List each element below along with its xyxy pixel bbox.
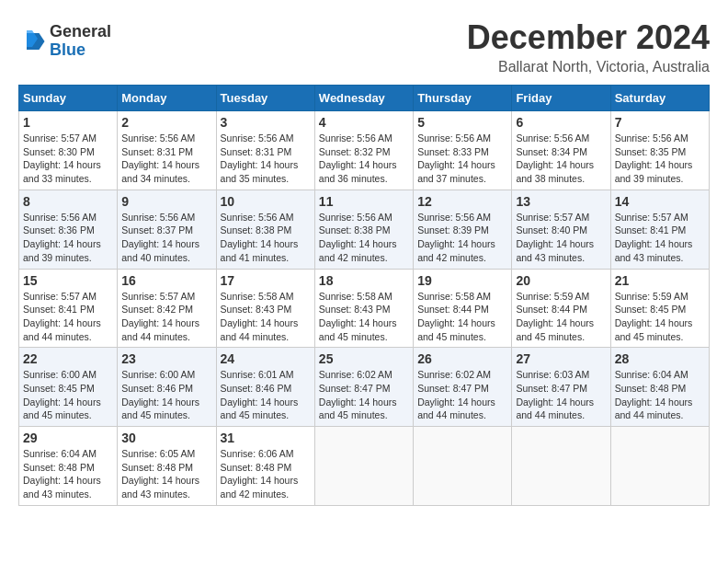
day-detail: Sunrise: 6:06 AMSunset: 8:48 PMDaylight:… [221, 447, 311, 501]
header-saturday: Saturday [610, 86, 709, 111]
calendar-week-5: 29Sunrise: 6:04 AMSunset: 8:48 PMDayligh… [19, 427, 710, 506]
calendar-cell: 11Sunrise: 5:56 AMSunset: 8:38 PMDayligh… [314, 190, 413, 269]
calendar-cell [512, 427, 610, 506]
title-area: December 2024 Ballarat North, Victoria, … [467, 18, 710, 75]
calendar-cell: 25Sunrise: 6:02 AMSunset: 8:47 PMDayligh… [314, 348, 413, 427]
calendar-cell: 24Sunrise: 6:01 AMSunset: 8:46 PMDayligh… [216, 348, 314, 427]
day-number: 25 [319, 351, 409, 366]
day-number: 17 [221, 273, 311, 288]
day-detail: Sunrise: 5:58 AMSunset: 8:43 PMDaylight:… [221, 290, 311, 344]
day-number: 27 [516, 351, 606, 366]
day-number: 16 [121, 273, 211, 288]
calendar-cell: 19Sunrise: 5:58 AMSunset: 8:44 PMDayligh… [414, 269, 512, 348]
calendar-cell: 13Sunrise: 5:57 AMSunset: 8:40 PMDayligh… [512, 190, 610, 269]
day-number: 1 [23, 115, 113, 130]
day-detail: Sunrise: 5:58 AMSunset: 8:43 PMDaylight:… [319, 290, 409, 344]
day-detail: Sunrise: 5:56 AMSunset: 8:38 PMDaylight:… [319, 211, 409, 265]
calendar-cell: 8Sunrise: 5:56 AMSunset: 8:36 PMDaylight… [19, 190, 118, 269]
day-number: 19 [417, 273, 507, 288]
day-detail: Sunrise: 6:00 AMSunset: 8:46 PMDaylight:… [121, 368, 211, 422]
day-detail: Sunrise: 5:56 AMSunset: 8:33 PMDaylight:… [417, 132, 507, 186]
calendar-week-1: 1Sunrise: 5:57 AMSunset: 8:30 PMDaylight… [19, 111, 710, 190]
day-detail: Sunrise: 5:56 AMSunset: 8:34 PMDaylight:… [516, 132, 606, 186]
calendar-cell: 27Sunrise: 6:03 AMSunset: 8:47 PMDayligh… [512, 348, 610, 427]
day-number: 20 [516, 273, 606, 288]
day-number: 26 [417, 351, 507, 366]
calendar-cell: 26Sunrise: 6:02 AMSunset: 8:47 PMDayligh… [414, 348, 512, 427]
day-number: 11 [319, 194, 409, 209]
calendar-cell [610, 427, 709, 506]
calendar-cell: 12Sunrise: 5:56 AMSunset: 8:39 PMDayligh… [414, 190, 512, 269]
calendar-cell: 16Sunrise: 5:57 AMSunset: 8:42 PMDayligh… [118, 269, 216, 348]
calendar-cell: 6Sunrise: 5:56 AMSunset: 8:34 PMDaylight… [512, 111, 610, 190]
day-detail: Sunrise: 6:02 AMSunset: 8:47 PMDaylight:… [319, 368, 409, 422]
day-detail: Sunrise: 5:58 AMSunset: 8:44 PMDaylight:… [417, 290, 507, 344]
calendar-cell: 31Sunrise: 6:06 AMSunset: 8:48 PMDayligh… [216, 427, 314, 506]
day-number: 12 [417, 194, 507, 209]
day-number: 22 [23, 351, 113, 366]
day-number: 15 [23, 273, 113, 288]
day-number: 23 [121, 351, 211, 366]
day-number: 28 [615, 351, 705, 366]
logo-blue-text: Blue [50, 41, 111, 60]
day-number: 31 [221, 431, 311, 445]
calendar-cell: 14Sunrise: 5:57 AMSunset: 8:41 PMDayligh… [610, 190, 709, 269]
day-detail: Sunrise: 6:05 AMSunset: 8:48 PMDaylight:… [121, 447, 211, 501]
day-detail: Sunrise: 5:59 AMSunset: 8:44 PMDaylight:… [516, 290, 606, 344]
day-detail: Sunrise: 5:56 AMSunset: 8:31 PMDaylight:… [221, 132, 311, 186]
header-friday: Friday [512, 86, 610, 111]
day-number: 30 [121, 431, 211, 445]
day-detail: Sunrise: 5:57 AMSunset: 8:41 PMDaylight:… [23, 290, 113, 344]
month-title: December 2024 [467, 18, 710, 57]
calendar-table: Sunday Monday Tuesday Wednesday Thursday… [18, 85, 710, 506]
day-number: 10 [221, 194, 311, 209]
calendar-week-2: 8Sunrise: 5:56 AMSunset: 8:36 PMDaylight… [19, 190, 710, 269]
day-detail: Sunrise: 5:57 AMSunset: 8:41 PMDaylight:… [615, 211, 705, 265]
calendar-cell: 28Sunrise: 6:04 AMSunset: 8:48 PMDayligh… [610, 348, 709, 427]
day-detail: Sunrise: 6:00 AMSunset: 8:45 PMDaylight:… [23, 368, 113, 422]
day-number: 7 [615, 115, 705, 130]
day-number: 2 [121, 115, 211, 130]
calendar-header: Sunday Monday Tuesday Wednesday Thursday… [19, 86, 710, 111]
logo-icon [18, 28, 46, 55]
calendar-cell: 22Sunrise: 6:00 AMSunset: 8:45 PMDayligh… [19, 348, 118, 427]
calendar-cell: 21Sunrise: 5:59 AMSunset: 8:45 PMDayligh… [610, 269, 709, 348]
logo-general-text: General [50, 23, 111, 41]
header-thursday: Thursday [414, 86, 512, 111]
location-title: Ballarat North, Victoria, Australia [467, 59, 710, 75]
day-detail: Sunrise: 6:03 AMSunset: 8:47 PMDaylight:… [516, 368, 606, 422]
logo: General Blue [18, 23, 111, 60]
day-detail: Sunrise: 5:56 AMSunset: 8:35 PMDaylight:… [615, 132, 705, 186]
header-wednesday: Wednesday [314, 86, 413, 111]
day-detail: Sunrise: 5:56 AMSunset: 8:32 PMDaylight:… [319, 132, 409, 186]
day-number: 6 [516, 115, 606, 130]
day-detail: Sunrise: 5:56 AMSunset: 8:39 PMDaylight:… [417, 211, 507, 265]
day-detail: Sunrise: 6:04 AMSunset: 8:48 PMDaylight:… [23, 447, 113, 501]
calendar-cell: 17Sunrise: 5:58 AMSunset: 8:43 PMDayligh… [216, 269, 314, 348]
calendar-week-3: 15Sunrise: 5:57 AMSunset: 8:41 PMDayligh… [19, 269, 710, 348]
calendar-cell: 18Sunrise: 5:58 AMSunset: 8:43 PMDayligh… [314, 269, 413, 348]
calendar-cell: 1Sunrise: 5:57 AMSunset: 8:30 PMDaylight… [19, 111, 118, 190]
day-number: 3 [221, 115, 311, 130]
calendar-cell: 29Sunrise: 6:04 AMSunset: 8:48 PMDayligh… [19, 427, 118, 506]
day-number: 5 [417, 115, 507, 130]
day-detail: Sunrise: 5:56 AMSunset: 8:37 PMDaylight:… [121, 211, 211, 265]
day-number: 13 [516, 194, 606, 209]
day-detail: Sunrise: 5:56 AMSunset: 8:36 PMDaylight:… [23, 211, 113, 265]
day-number: 24 [221, 351, 311, 366]
calendar-cell: 30Sunrise: 6:05 AMSunset: 8:48 PMDayligh… [118, 427, 216, 506]
day-detail: Sunrise: 6:02 AMSunset: 8:47 PMDaylight:… [417, 368, 507, 422]
calendar-cell: 15Sunrise: 5:57 AMSunset: 8:41 PMDayligh… [19, 269, 118, 348]
day-detail: Sunrise: 6:04 AMSunset: 8:48 PMDaylight:… [615, 368, 705, 422]
day-number: 14 [615, 194, 705, 209]
day-number: 4 [319, 115, 409, 130]
day-detail: Sunrise: 5:57 AMSunset: 8:42 PMDaylight:… [121, 290, 211, 344]
calendar-cell: 20Sunrise: 5:59 AMSunset: 8:44 PMDayligh… [512, 269, 610, 348]
day-detail: Sunrise: 5:56 AMSunset: 8:31 PMDaylight:… [121, 132, 211, 186]
calendar-week-4: 22Sunrise: 6:00 AMSunset: 8:45 PMDayligh… [19, 348, 710, 427]
day-number: 8 [23, 194, 113, 209]
day-detail: Sunrise: 6:01 AMSunset: 8:46 PMDaylight:… [221, 368, 311, 422]
day-detail: Sunrise: 5:57 AMSunset: 8:40 PMDaylight:… [516, 211, 606, 265]
calendar-cell: 23Sunrise: 6:00 AMSunset: 8:46 PMDayligh… [118, 348, 216, 427]
calendar-cell: 3Sunrise: 5:56 AMSunset: 8:31 PMDaylight… [216, 111, 314, 190]
